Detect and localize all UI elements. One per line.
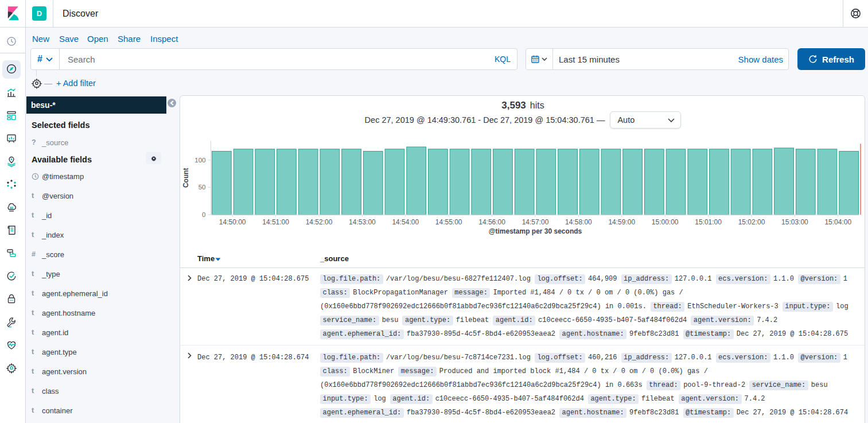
filter-bar-dash: — bbox=[44, 79, 52, 88]
source-field-value: 1 bbox=[843, 275, 847, 283]
source-field-value: besu bbox=[811, 381, 828, 389]
source-field-value: 127.0.0.1 bbox=[675, 275, 712, 283]
refresh-label: Refresh bbox=[822, 55, 854, 64]
uptime-nav-icon[interactable] bbox=[6, 270, 17, 282]
source-field-key: agent.version: bbox=[691, 316, 754, 325]
field-_id[interactable]: t_id bbox=[32, 209, 161, 221]
histogram-bar bbox=[710, 149, 729, 215]
doc-row-time: Dec 27, 2019 @ 15:04:28.674 bbox=[197, 351, 309, 364]
field-_score[interactable]: #_score bbox=[32, 249, 161, 260]
string-field-icon: t bbox=[32, 367, 42, 375]
help-button[interactable] bbox=[843, 0, 868, 27]
selected-fields-heading: Selected fields bbox=[32, 121, 90, 130]
field-_source[interactable]: ?_source bbox=[32, 137, 161, 148]
source-field-key: agent.id: bbox=[493, 316, 535, 325]
sort-desc-icon bbox=[215, 258, 221, 261]
field-@version[interactable]: t@version bbox=[32, 190, 161, 201]
show-dates-button[interactable]: Show dates bbox=[738, 49, 788, 69]
histogram-bar bbox=[450, 149, 469, 215]
management-nav-icon[interactable] bbox=[6, 362, 17, 374]
stack-monitoring-nav-icon[interactable] bbox=[6, 339, 17, 351]
quick-select-menu-button[interactable] bbox=[526, 49, 553, 69]
metrics-nav-icon[interactable] bbox=[6, 201, 17, 213]
string-field-icon: t bbox=[32, 289, 42, 297]
index-pattern-selector[interactable]: besu-* bbox=[26, 96, 166, 114]
hits-histogram[interactable]: 05010014:50:0014:51:0014:52:0014:53:0014… bbox=[180, 96, 865, 245]
x-tick-label: 15:04:00 bbox=[824, 218, 851, 226]
logs-nav-icon[interactable] bbox=[6, 224, 17, 236]
y-tick-label: 0 bbox=[202, 211, 205, 218]
histogram-bar bbox=[320, 149, 340, 215]
visualize-nav-icon[interactable] bbox=[6, 87, 17, 98]
time-range-value[interactable]: Last 15 minutes bbox=[553, 49, 738, 69]
field-_type[interactable]: t_type bbox=[32, 268, 161, 280]
dev-tools-nav-icon[interactable] bbox=[6, 316, 17, 328]
histogram-bar bbox=[277, 149, 297, 215]
string-field-icon: t bbox=[32, 387, 42, 395]
search-input[interactable]: Search bbox=[60, 49, 495, 69]
histogram-bar bbox=[342, 149, 361, 215]
fields-settings-button[interactable] bbox=[146, 152, 161, 164]
source-field-value: 460,216 bbox=[588, 354, 617, 362]
apm-nav-icon[interactable] bbox=[6, 247, 17, 259]
field-container[interactable]: tcontainer bbox=[32, 405, 161, 416]
time-column-header[interactable]: Time bbox=[197, 254, 215, 263]
field-agent.id[interactable]: tagent.id bbox=[32, 327, 161, 338]
machine-learning-nav-icon[interactable] bbox=[6, 178, 17, 190]
dashboard-nav-icon[interactable] bbox=[6, 110, 17, 121]
help-icon bbox=[850, 8, 861, 19]
kibana-discover-page: D Discover bbox=[0, 0, 868, 423]
refresh-button[interactable]: Refresh bbox=[797, 48, 865, 70]
field-agent.hostname[interactable]: tagent.hostname bbox=[32, 307, 161, 319]
x-tick-label: 14:51:00 bbox=[262, 218, 289, 226]
histogram-bar bbox=[601, 149, 621, 215]
expand-row-button[interactable] bbox=[185, 273, 194, 282]
field-agent.version[interactable]: tagent.version bbox=[32, 366, 161, 377]
source-field-key: class: bbox=[320, 367, 350, 377]
source-field-key: class: bbox=[320, 288, 350, 298]
filter-settings-button[interactable] bbox=[31, 77, 42, 89]
string-field-icon: t bbox=[32, 328, 42, 336]
source-field-key: agent.ephemeral_id: bbox=[320, 408, 404, 418]
expand-row-button[interactable] bbox=[185, 351, 194, 360]
app-badge-cell: D bbox=[26, 0, 53, 27]
field-agent.type[interactable]: tagent.type bbox=[32, 346, 161, 358]
doc-table-header: Time _source bbox=[180, 254, 865, 267]
topnav-inspect[interactable]: Inspect bbox=[150, 34, 178, 43]
string-field-icon: t bbox=[32, 231, 42, 239]
field-@timestamp[interactable]: @timestamp bbox=[32, 170, 161, 182]
siem-nav-icon[interactable] bbox=[6, 293, 17, 305]
x-tick-label: 14:59:00 bbox=[608, 218, 635, 226]
source-field-value: filebeat bbox=[456, 316, 489, 324]
x-tick-label: 14:57:00 bbox=[522, 218, 549, 226]
topnav-open[interactable]: Open bbox=[87, 34, 108, 43]
field-_index[interactable]: t_index bbox=[32, 229, 161, 240]
canvas-nav-icon[interactable] bbox=[6, 133, 17, 144]
histogram-bar bbox=[558, 149, 578, 215]
histogram-bar bbox=[385, 149, 404, 215]
source-field-key: @timestamp: bbox=[683, 329, 734, 339]
source-field-value: 9febf8c23d81 bbox=[629, 409, 679, 417]
source-field-key: @version: bbox=[798, 353, 840, 363]
number-field-icon: # bbox=[32, 250, 42, 258]
add-filter-button[interactable]: + Add filter bbox=[56, 79, 96, 88]
collapse-fields-panel-button[interactable] bbox=[168, 99, 176, 107]
topnav-new[interactable]: New bbox=[32, 34, 49, 43]
query-language-button[interactable]: KQL bbox=[495, 49, 517, 69]
source-field-key: message: bbox=[398, 367, 437, 377]
maps-nav-icon[interactable] bbox=[6, 156, 17, 167]
field-agent.ephemeral_id[interactable]: tagent.ephemeral_id bbox=[32, 288, 161, 299]
doc-row-source: log.file.path:/var/log/besu/besu-6827fe1… bbox=[320, 272, 862, 341]
recently-viewed-icon[interactable] bbox=[6, 36, 17, 47]
kibana-logo[interactable] bbox=[0, 0, 26, 27]
page-title: Discover bbox=[53, 0, 843, 27]
discover-nav-icon[interactable] bbox=[6, 63, 17, 75]
source-field-key: log.file.path: bbox=[320, 353, 383, 363]
saved-query-menu-button[interactable]: # bbox=[31, 49, 60, 69]
field-class[interactable]: tclass bbox=[32, 385, 161, 397]
histogram-bar bbox=[515, 149, 534, 215]
topnav-save[interactable]: Save bbox=[59, 34, 79, 43]
topnav-share[interactable]: Share bbox=[118, 34, 141, 43]
source-field-key: agent.hostname: bbox=[559, 408, 626, 418]
source-field-value: c10ceecc-6650-4935-b407-5af484f062d4 bbox=[435, 395, 584, 403]
